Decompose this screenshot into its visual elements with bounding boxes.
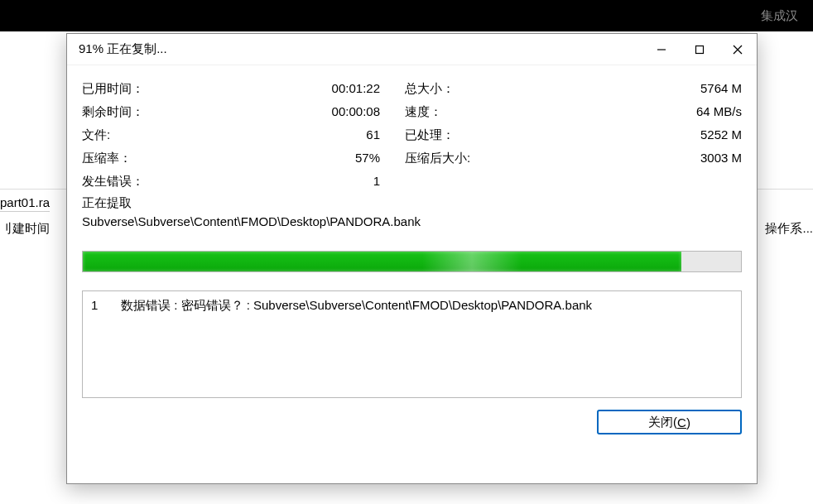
ratio-value: 57% bbox=[314, 146, 405, 170]
close-button-accel: C bbox=[677, 415, 686, 430]
ratio-label: 压缩率： bbox=[82, 146, 314, 170]
compressed-value: 3003 M bbox=[651, 146, 742, 170]
minimize-button[interactable] bbox=[642, 34, 681, 65]
bg-file-label: part01.ra bbox=[0, 194, 50, 212]
current-path: Subverse\Subverse\Content\FMOD\Desktop\P… bbox=[82, 213, 742, 231]
close-button-post: ) bbox=[686, 415, 690, 430]
titlebar: 91% 正在复制... bbox=[67, 34, 757, 65]
files-value: 61 bbox=[314, 123, 405, 146]
elapsed-value: 00:01:22 bbox=[314, 77, 405, 100]
elapsed-label: 已用时间： bbox=[82, 77, 314, 100]
maximize-button[interactable] bbox=[681, 34, 719, 65]
bg-create-time-label: 刂建时间 bbox=[0, 221, 50, 237]
bg-toolbar: 集成汉 bbox=[0, 0, 813, 31]
status-line: 正在提取 bbox=[82, 194, 742, 212]
bg-toolbar-right-text: 集成汉 bbox=[761, 8, 798, 24]
remaining-label: 剩余时间： bbox=[82, 100, 314, 123]
maximize-icon bbox=[695, 45, 705, 55]
speed-label: 速度： bbox=[405, 100, 651, 123]
window-title: 91% 正在复制... bbox=[79, 41, 642, 57]
close-button-pre: 关闭( bbox=[648, 415, 677, 430]
remaining-value: 00:00:08 bbox=[314, 100, 405, 123]
total-value: 5764 M bbox=[651, 77, 742, 100]
error-list[interactable]: 1 数据错误 : 密码错误？ : Subverse\Subverse\Conte… bbox=[82, 290, 742, 398]
minimize-icon bbox=[657, 45, 666, 55]
errors-label: 发生错误： bbox=[82, 170, 314, 193]
progress-bar bbox=[82, 251, 742, 272]
error-message: 数据错误 : 密码错误？ : Subverse\Subverse\Content… bbox=[121, 296, 733, 314]
dialog-body: 已用时间： 00:01:22 总大小： 5764 M 剩余时间： 00:00:0… bbox=[67, 65, 757, 483]
bg-os-label: 操作系... bbox=[765, 221, 813, 237]
error-row: 1 数据错误 : 密码错误？ : Subverse\Subverse\Conte… bbox=[91, 296, 733, 314]
processed-value: 5252 M bbox=[651, 123, 742, 146]
close-window-button[interactable] bbox=[719, 34, 757, 65]
files-label: 文件: bbox=[82, 123, 314, 146]
total-label: 总大小： bbox=[405, 77, 651, 100]
progress-fill bbox=[83, 252, 681, 271]
compressed-label: 压缩后大小: bbox=[405, 146, 651, 170]
close-button[interactable]: 关闭(C) bbox=[597, 410, 742, 434]
processed-label: 已处理： bbox=[405, 123, 651, 146]
button-row: 关闭(C) bbox=[82, 410, 742, 434]
speed-value: 64 MB/s bbox=[651, 100, 742, 123]
svg-rect-1 bbox=[696, 46, 704, 53]
error-number: 1 bbox=[91, 296, 121, 314]
close-icon bbox=[733, 45, 743, 55]
errors-value: 1 bbox=[314, 170, 405, 193]
progress-highlight bbox=[422, 252, 522, 271]
copy-dialog: 91% 正在复制... 已用时间： 00:01:22 总大小： 5764 M bbox=[66, 33, 758, 484]
window-controls bbox=[642, 34, 757, 65]
